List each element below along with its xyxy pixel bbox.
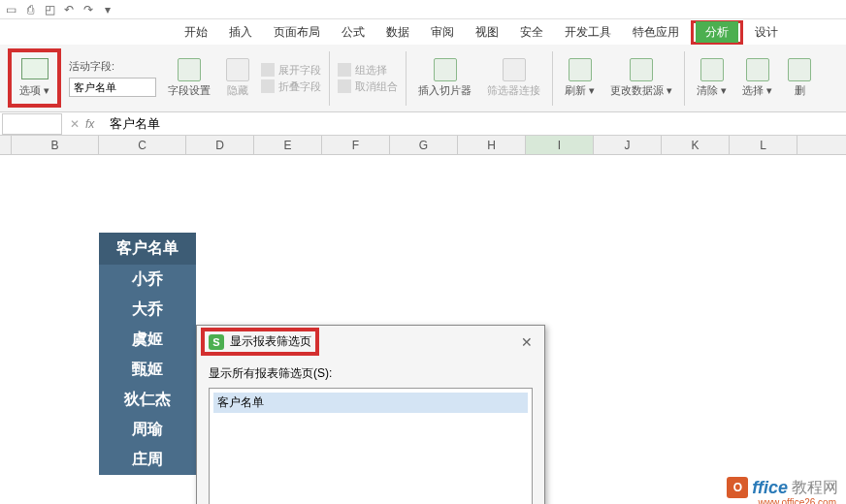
col-header-i[interactable]: I — [526, 136, 594, 154]
hide-icon[interactable] — [226, 58, 249, 81]
watermark-suffix: 教程网 — [792, 478, 838, 498]
filter-pages-dialog: S 显示报表筛选页 ✕ 显示所有报表筛选页(S): 客户名单 确定 取消 — [196, 325, 545, 504]
field-settings-icon[interactable] — [178, 58, 201, 81]
delete-icon[interactable] — [788, 58, 811, 81]
table-row[interactable]: 甄姬 — [99, 355, 196, 385]
cancel-fx-icon[interactable]: ✕ — [70, 117, 80, 131]
col-header-c[interactable]: C — [99, 136, 186, 154]
table-row[interactable]: 虞姬 — [99, 325, 196, 355]
active-field-label: 活动字段: — [69, 59, 156, 74]
delete-button[interactable]: 删 — [795, 83, 805, 98]
dialog-title: 显示报表筛选页 — [230, 333, 311, 350]
separator — [684, 51, 685, 106]
fx-icon[interactable]: fx — [85, 117, 94, 131]
refresh-button[interactable]: 刷新 ▾ — [565, 83, 595, 98]
corner-cell[interactable] — [0, 136, 12, 154]
tab-special[interactable]: 特色应用 — [623, 20, 689, 45]
watermark: O ffice 教程网 — [727, 477, 838, 498]
tab-view[interactable]: 视图 — [466, 20, 508, 45]
options-button[interactable]: 选项 ▾ — [19, 83, 49, 98]
collapse-field-button: 折叠字段 — [278, 79, 321, 94]
col-header-j[interactable]: J — [594, 136, 662, 154]
col-header-k[interactable]: K — [662, 136, 730, 154]
tab-insert[interactable]: 插入 — [219, 20, 262, 45]
spreadsheet-grid[interactable]: B C D E F G H I J K L 客户名单 小乔 大乔 虞姬 甄姬 狄… — [0, 136, 846, 155]
expand-icon — [261, 63, 275, 77]
ribbon: 选项 ▾ 活动字段: 字段设置 隐藏 展开字段 折叠字段 组选择 取消组合 插入… — [0, 45, 846, 112]
col-header-e[interactable]: E — [254, 136, 322, 154]
clear-icon[interactable] — [700, 58, 724, 81]
group-icon — [338, 63, 351, 77]
table-row[interactable]: 周瑜 — [99, 415, 196, 445]
redo-icon[interactable]: ↷ — [81, 3, 95, 16]
group-section: 组选择 取消组合 — [338, 63, 398, 94]
tab-home[interactable]: 开始 — [175, 20, 217, 45]
preview-icon[interactable]: ◰ — [43, 3, 56, 16]
select-button[interactable]: 选择 ▾ — [742, 83, 772, 98]
hide-group: 隐藏 — [222, 58, 253, 98]
col-header-l[interactable]: L — [730, 136, 797, 154]
col-header-b[interactable]: B — [12, 136, 99, 154]
table-row[interactable]: 小乔 — [99, 265, 196, 295]
column-headers: B C D E F G H I J K L — [0, 136, 846, 155]
tab-analyze[interactable]: 分析 — [696, 21, 738, 43]
close-icon[interactable]: ✕ — [517, 334, 537, 350]
formula-bar: ✕ fx — [0, 112, 846, 136]
change-data-icon[interactable] — [630, 58, 653, 81]
separator — [552, 51, 553, 106]
save-icon[interactable]: ▭ — [4, 3, 17, 16]
col-header-h[interactable]: H — [458, 136, 526, 154]
select-group: 选择 ▾ — [738, 58, 776, 98]
insert-slicer-button[interactable]: 插入切片器 — [418, 83, 472, 98]
dialog-titlebar[interactable]: S 显示报表筛选页 ✕ — [197, 326, 544, 358]
col-header-d[interactable]: D — [186, 136, 254, 154]
highlight-dialog-title: S 显示报表筛选页 — [201, 328, 319, 356]
pivot-table[interactable]: 客户名单 小乔 大乔 虞姬 甄姬 狄仁杰 周瑜 庄周 — [99, 233, 196, 475]
select-icon[interactable] — [746, 58, 769, 81]
collapse-icon — [261, 79, 275, 93]
col-header-f[interactable]: F — [322, 136, 390, 154]
tab-data[interactable]: 数据 — [376, 20, 419, 45]
name-box[interactable] — [2, 113, 62, 135]
tab-security[interactable]: 安全 — [510, 20, 553, 45]
col-header-g[interactable]: G — [390, 136, 458, 154]
slicer-icon[interactable] — [434, 58, 457, 81]
highlight-options: 选项 ▾ — [8, 48, 61, 108]
change-data-button[interactable]: 更改数据源 ▾ — [610, 83, 672, 98]
active-field-input[interactable] — [69, 78, 156, 97]
options-icon[interactable] — [21, 58, 49, 79]
filter-list[interactable]: 客户名单 — [209, 388, 533, 504]
pivot-header[interactable]: 客户名单 — [99, 233, 196, 265]
tab-review[interactable]: 审阅 — [421, 20, 464, 45]
watermark-brand: ffice — [752, 478, 788, 498]
field-settings-group: 字段设置 — [164, 58, 214, 98]
dialog-body: 显示所有报表筛选页(S): 客户名单 — [197, 358, 544, 504]
refresh-icon[interactable] — [569, 58, 592, 81]
dropdown-icon[interactable]: ▾ — [101, 3, 114, 16]
formula-input[interactable] — [102, 113, 846, 135]
hide-button: 隐藏 — [227, 83, 248, 98]
tab-design[interactable]: 设计 — [745, 20, 788, 45]
field-settings-button[interactable]: 字段设置 — [168, 83, 211, 98]
ribbon-tabs: 开始 插入 页面布局 公式 数据 审阅 视图 安全 开发工具 特色应用 分析 设… — [0, 19, 846, 45]
table-row[interactable]: 庄周 — [99, 445, 196, 475]
clear-button[interactable]: 清除 ▾ — [697, 83, 727, 98]
slicer-group: 插入切片器 — [414, 58, 475, 98]
list-item[interactable]: 客户名单 — [213, 393, 528, 413]
undo-icon[interactable]: ↶ — [62, 3, 76, 16]
office-logo-icon: O — [727, 477, 748, 498]
app-icon: S — [209, 334, 224, 350]
print-icon[interactable]: ⎙ — [23, 3, 37, 16]
tab-formula[interactable]: 公式 — [332, 20, 374, 45]
watermark-url: www.office26.com — [759, 497, 836, 504]
delete-group: 删 — [784, 58, 815, 98]
change-data-group: 更改数据源 ▾ — [606, 58, 676, 98]
tab-pagelayout[interactable]: 页面布局 — [264, 20, 330, 45]
expand-collapse-group: 展开字段 折叠字段 — [261, 63, 321, 94]
highlight-analyze-tab: 分析 — [691, 20, 743, 45]
quick-access-toolbar: ▭ ⎙ ◰ ↶ ↷ ▾ — [0, 0, 846, 19]
table-row[interactable]: 大乔 — [99, 295, 196, 325]
table-row[interactable]: 狄仁杰 — [99, 385, 196, 415]
tab-devtools[interactable]: 开发工具 — [555, 20, 621, 45]
separator — [406, 51, 407, 106]
